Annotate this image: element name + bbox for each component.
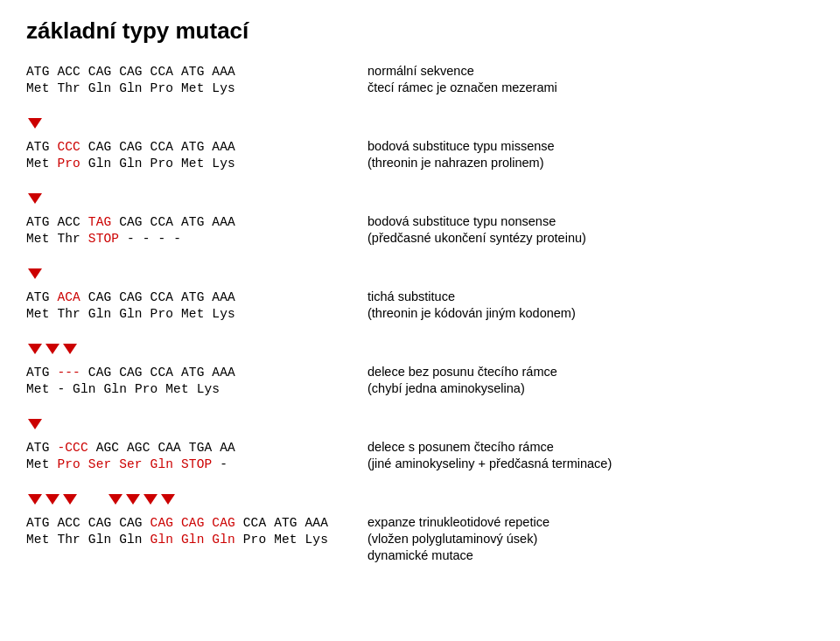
codon-text: Thr bbox=[57, 533, 88, 547]
codon-text: Lys bbox=[212, 157, 235, 171]
codon-text: CAG bbox=[119, 366, 150, 380]
codon-text: Met bbox=[181, 81, 212, 95]
sequence-left: Met Thr Gln Gln Pro Met Lys bbox=[26, 307, 368, 321]
sequence-row: ATG ACC CAG CAG CCA ATG AAAnormální sekv… bbox=[26, 64, 814, 79]
sequence-left: Met - Gln Gln Pro Met Lys bbox=[26, 382, 368, 396]
sequence-left: Met Thr Gln Gln Gln Gln Gln Pro Met Lys bbox=[26, 533, 368, 547]
sequence-description: (jiné aminokyseliny + předčasná terminac… bbox=[368, 456, 612, 470]
sequence-description: expanze trinukleotidové repetice bbox=[368, 515, 550, 529]
codon-text: Gln bbox=[119, 81, 150, 95]
arrow-row bbox=[26, 111, 814, 136]
codon-text: STOP bbox=[181, 457, 220, 471]
codon-text: AGC bbox=[96, 441, 127, 455]
codon-text: Ser bbox=[119, 457, 150, 471]
arrow-row bbox=[26, 186, 814, 211]
sequence-row: ATG CCC CAG CAG CCA ATG AAAbodová substi… bbox=[26, 139, 814, 154]
codon-text: CAG bbox=[88, 366, 119, 380]
sequence-left: ATG -CCC AGC AGC CAA TGA AA bbox=[26, 441, 368, 455]
codon-text: AAA bbox=[305, 516, 329, 530]
codon-text: CAG bbox=[88, 65, 119, 79]
codon-text: ATG bbox=[181, 366, 212, 380]
codon-text: CAG bbox=[119, 140, 150, 154]
codon-text: Pro bbox=[57, 157, 88, 171]
sequence-row: Met Thr Gln Gln Gln Gln Gln Pro Met Lys(… bbox=[26, 532, 814, 547]
sequence-description: (threonin je nahrazen prolinem) bbox=[368, 156, 544, 170]
codon-text: CAG bbox=[119, 65, 150, 79]
codon-text: Pro bbox=[57, 457, 88, 471]
codon-text: AGC bbox=[127, 441, 158, 455]
sequence-description: bodová substituce typu nonsense bbox=[368, 214, 556, 228]
sequence-left: ATG CCC CAG CAG CCA ATG AAA bbox=[26, 140, 368, 154]
codon-text: -CCC bbox=[57, 441, 95, 455]
arrow-down-icon bbox=[46, 344, 60, 354]
codon-text: CAG bbox=[88, 140, 119, 154]
codon-text: - bbox=[57, 382, 73, 396]
codon-text: ATG bbox=[26, 215, 57, 229]
codon-text: ATG bbox=[26, 366, 57, 380]
codon-text: CAG bbox=[119, 516, 150, 530]
codon-text: Pro bbox=[243, 533, 274, 547]
codon-text: Met bbox=[181, 157, 212, 171]
sequence-left: Met Pro Ser Ser Gln STOP - bbox=[26, 457, 368, 471]
codon-text: Met bbox=[26, 533, 57, 547]
sequence-description: (chybí jedna aminokyselina) bbox=[368, 381, 525, 395]
codon-text: ATG bbox=[181, 65, 212, 79]
arrow-down-icon bbox=[28, 268, 42, 279]
codon-text: ATG bbox=[274, 516, 304, 530]
arrow-down-icon bbox=[161, 494, 175, 505]
codon-text: Lys bbox=[212, 307, 235, 321]
codon-text: CCC bbox=[57, 140, 88, 154]
arrow-down-icon bbox=[63, 344, 77, 354]
codon-text: --- bbox=[57, 366, 88, 380]
codon-text: Thr bbox=[57, 307, 88, 321]
codon-text: ACA bbox=[57, 290, 88, 304]
codon-text: ATG bbox=[181, 290, 212, 304]
sequence-row: Met - Gln Gln Pro Met Lys(chybí jedna am… bbox=[26, 381, 814, 396]
codon-text: Pro bbox=[150, 157, 181, 171]
codon-text: TGA bbox=[189, 441, 220, 455]
sequence-row: Met Pro Gln Gln Pro Met Lys(threonin je … bbox=[26, 156, 814, 171]
codon-text: Gln bbox=[150, 533, 181, 547]
codon-text: Gln bbox=[88, 157, 119, 171]
codon-text: CCA bbox=[150, 366, 181, 380]
sequence-description: tichá substituce bbox=[368, 289, 455, 303]
codon-text: Met bbox=[274, 533, 304, 547]
codon-text: Thr bbox=[57, 232, 88, 246]
codon-text: Met bbox=[26, 307, 57, 321]
codon-text: Gln bbox=[88, 533, 119, 547]
codon-text: Gln bbox=[88, 81, 119, 95]
codon-text: AAA bbox=[212, 290, 235, 304]
sequence-description: (threonin je kódován jiným kodonem) bbox=[368, 306, 576, 320]
sequence-description: normální sekvence bbox=[368, 64, 474, 78]
codon-text: CAG bbox=[88, 516, 119, 530]
codon-text: Met bbox=[181, 307, 212, 321]
codon-text: AAA bbox=[212, 215, 235, 229]
codon-text: CCA bbox=[150, 140, 181, 154]
codon-text: CAG bbox=[150, 516, 181, 530]
sequence-left: ATG --- CAG CAG CCA ATG AAA bbox=[26, 366, 368, 380]
mutation-section: ATG ACC CAG CAG CAG CAG CAG CCA ATG AAAe… bbox=[26, 487, 814, 562]
sequence-description: (vložen polyglutaminový úsek) bbox=[368, 532, 537, 546]
mutation-section: ATG --- CAG CAG CCA ATG AAAdelece bez po… bbox=[26, 337, 814, 396]
codon-text: AA bbox=[220, 441, 235, 455]
codon-text: Lys bbox=[305, 533, 329, 547]
codon-text: Met bbox=[165, 382, 196, 396]
sequence-description: dynamické mutace bbox=[368, 548, 473, 562]
codon-text: TAG bbox=[88, 215, 119, 229]
arrow-row bbox=[26, 337, 814, 361]
codon-text: - bbox=[143, 232, 158, 246]
codon-text: Gln bbox=[119, 157, 150, 171]
codon-text: ATG bbox=[26, 140, 57, 154]
sequence-row: Met Thr STOP - - - -(předčasné ukončení … bbox=[26, 231, 814, 246]
codon-text: CCA bbox=[150, 215, 181, 229]
arrow-down-icon bbox=[46, 494, 60, 505]
codon-text: - bbox=[220, 457, 228, 471]
sequence-left: ATG ACC CAG CAG CCA ATG AAA bbox=[26, 65, 368, 79]
sequence-row: Met Thr Gln Gln Pro Met Lys(threonin je … bbox=[26, 306, 814, 321]
codon-text: ATG bbox=[181, 215, 212, 229]
codon-text: Pro bbox=[135, 382, 165, 396]
arrow-group bbox=[26, 487, 814, 512]
codon-text: Thr bbox=[57, 81, 88, 95]
codon-text: Gln bbox=[73, 382, 103, 396]
mutation-section: ATG ACA CAG CAG CCA ATG AAAtichá substit… bbox=[26, 261, 814, 321]
